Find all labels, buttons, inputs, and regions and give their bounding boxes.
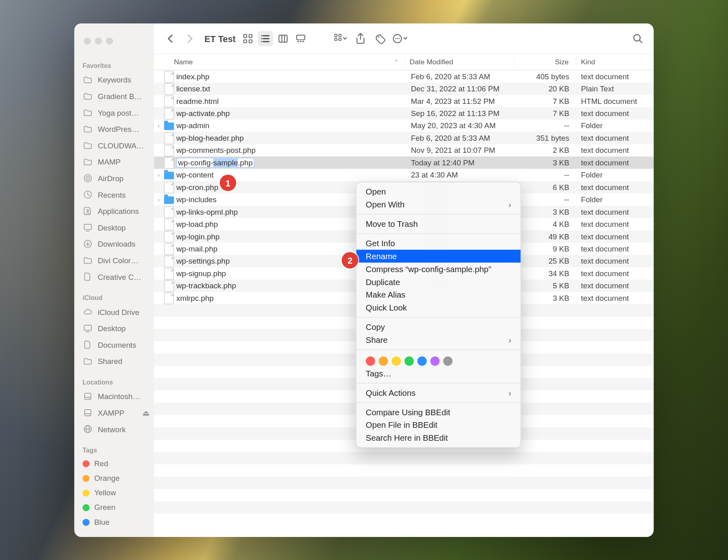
sidebar-item[interactable]: Shared xyxy=(74,353,154,369)
table-row[interactable]: wp-config-sample.phpToday at 12:40 PM3 K… xyxy=(154,156,654,169)
table-row[interactable]: readme.htmlMar 4, 2023 at 11:52 PM7 KBHT… xyxy=(154,95,654,107)
sidebar-item[interactable]: iCloud Drive xyxy=(74,304,154,320)
sidebar-item[interactable]: MAMP xyxy=(74,153,154,170)
menu-separator xyxy=(356,233,521,234)
menu-item[interactable]: Quick Actions› xyxy=(356,386,521,399)
cell-date: Sep 16, 2022 at 11:13 PM xyxy=(411,109,515,118)
close-button[interactable] xyxy=(84,37,91,44)
table-row[interactable]: wp-activate.phpSep 16, 2022 at 11:13 PM7… xyxy=(154,107,654,119)
sidebar-item[interactable]: Desktop xyxy=(74,219,154,236)
file-name-editing[interactable]: wp-config-sample.php xyxy=(176,157,254,167)
forward-button[interactable] xyxy=(182,31,197,46)
sidebar-item[interactable]: Macintosh… xyxy=(74,388,154,404)
apps-icon xyxy=(83,205,93,216)
menu-item-label: Open File in BBEdit xyxy=(366,420,437,429)
column-header-name[interactable]: Name⌃ xyxy=(154,58,404,66)
sidebar-item[interactable]: Divi Color… xyxy=(74,252,154,268)
menu-item[interactable]: Compress “wp-config-sample.php” xyxy=(356,262,521,275)
share-button[interactable] xyxy=(353,31,368,46)
table-row[interactable]: wp-blog-header.phpFeb 6, 2020 at 5:33 AM… xyxy=(154,132,654,144)
table-row[interactable]: license.txtDec 31, 2022 at 11:06 PM20 KB… xyxy=(154,82,654,95)
column-header-kind[interactable]: Kind xyxy=(576,58,654,66)
sidebar-tag[interactable]: Red xyxy=(74,456,154,471)
sidebar-item[interactable]: Downloads xyxy=(74,235,154,252)
sidebar-item[interactable]: Desktop xyxy=(74,320,154,336)
menu-item[interactable]: Search Here in BBEdit xyxy=(356,431,521,444)
actions-button[interactable] xyxy=(393,31,408,46)
table-row[interactable]: ›wp-adminMay 20, 2023 at 4:30 AM--Folder xyxy=(154,119,654,131)
folder-icon xyxy=(83,140,93,150)
cell-size: 2 KB xyxy=(515,146,576,154)
search-button[interactable] xyxy=(630,31,645,46)
cell-kind: Folder xyxy=(576,195,654,204)
zoom-button[interactable] xyxy=(106,37,113,44)
tag-dot-icon xyxy=(83,518,89,525)
sidebar-item[interactable]: CLOUDWA… xyxy=(74,137,154,154)
cell-kind: text document xyxy=(576,232,654,241)
sidebar-item-label: AirDrop xyxy=(98,173,124,182)
eject-icon[interactable]: ⏏ xyxy=(142,408,149,417)
sidebar-item-label: Divi Color… xyxy=(98,256,139,264)
menu-item[interactable]: Get Info xyxy=(356,237,521,249)
sidebar-item[interactable]: Applications xyxy=(74,203,154,219)
sidebar-tag[interactable]: Orange xyxy=(74,471,154,485)
sidebar-item[interactable]: AirDrop xyxy=(74,170,154,186)
tag-color-dot[interactable] xyxy=(404,356,414,366)
clock-icon xyxy=(83,189,93,200)
column-header-date[interactable]: Date Modified xyxy=(404,58,514,66)
menu-item[interactable]: Rename xyxy=(356,249,521,262)
menu-item[interactable]: Copy xyxy=(356,321,521,334)
sidebar-item[interactable]: Keywords xyxy=(74,71,154,88)
sidebar-item[interactable]: Network xyxy=(74,421,154,437)
column-header-size[interactable]: Size xyxy=(514,58,576,66)
menu-item[interactable]: Tags… xyxy=(356,367,521,380)
svg-rect-33 xyxy=(297,41,299,42)
sidebar-item[interactable]: Creative C… xyxy=(74,268,154,285)
sidebar-item[interactable]: Gradient B… xyxy=(74,88,154,104)
menu-item[interactable]: Quick Look xyxy=(356,301,521,314)
file-icon xyxy=(164,144,174,156)
menu-item[interactable]: Share› xyxy=(356,333,521,346)
table-row[interactable]: index.phpFeb 6, 2020 at 5:33 AM405 bytes… xyxy=(154,70,654,82)
back-button[interactable] xyxy=(162,31,178,46)
disclosure-icon[interactable]: › xyxy=(158,196,160,203)
menu-item[interactable]: Make Alias xyxy=(356,288,521,301)
icon-view-button[interactable] xyxy=(240,31,256,46)
sidebar-tag[interactable]: Blue xyxy=(74,515,154,529)
sidebar-tag[interactable]: Green xyxy=(74,500,154,514)
cell-date: Today at 12:40 PM xyxy=(411,158,515,167)
svg-rect-20 xyxy=(249,34,252,37)
menu-item[interactable]: Open With› xyxy=(356,198,521,211)
minimize-button[interactable] xyxy=(95,37,102,44)
column-view-button[interactable] xyxy=(275,31,291,46)
menu-item[interactable]: Compare Using BBEdit xyxy=(356,406,521,418)
sidebar-item-label: Desktop xyxy=(98,223,126,232)
sidebar-item[interactable]: WordPres… xyxy=(74,120,154,137)
menu-item-label: Open xyxy=(366,187,386,196)
menu-item[interactable]: Open File in BBEdit xyxy=(356,418,521,431)
tag-color-dot[interactable] xyxy=(392,356,401,366)
tags-button[interactable] xyxy=(373,31,388,46)
sidebar-item[interactable]: XAMPP⏏ xyxy=(74,404,154,421)
table-row[interactable]: wp-comments-post.phpNov 9, 2021 at 10:07… xyxy=(154,144,654,156)
menu-item[interactable]: Duplicate xyxy=(356,275,521,288)
sidebar-item-label: Yellow xyxy=(94,488,116,497)
menu-item[interactable]: Open xyxy=(356,185,521,198)
disclosure-icon[interactable]: › xyxy=(158,122,160,129)
tag-color-dot[interactable] xyxy=(379,356,388,366)
sidebar-tag[interactable]: Yellow xyxy=(74,485,154,500)
sidebar-item[interactable]: Recents xyxy=(74,186,154,203)
menu-item[interactable]: Move to Trash xyxy=(356,217,521,230)
sidebar-item[interactable]: Yoga post… xyxy=(74,104,154,120)
group-by-button[interactable] xyxy=(333,31,348,46)
tag-color-dot[interactable] xyxy=(417,356,427,366)
file-name: wp-load.php xyxy=(176,220,218,228)
tag-color-dot[interactable] xyxy=(430,356,440,366)
globe-icon xyxy=(83,424,93,434)
tag-color-dot[interactable] xyxy=(366,356,375,366)
tag-color-dot[interactable] xyxy=(443,356,453,366)
list-view-button[interactable] xyxy=(258,31,273,46)
disclosure-icon[interactable]: › xyxy=(158,171,160,178)
sidebar-item[interactable]: Documents xyxy=(74,336,154,353)
gallery-view-button[interactable] xyxy=(293,31,309,46)
